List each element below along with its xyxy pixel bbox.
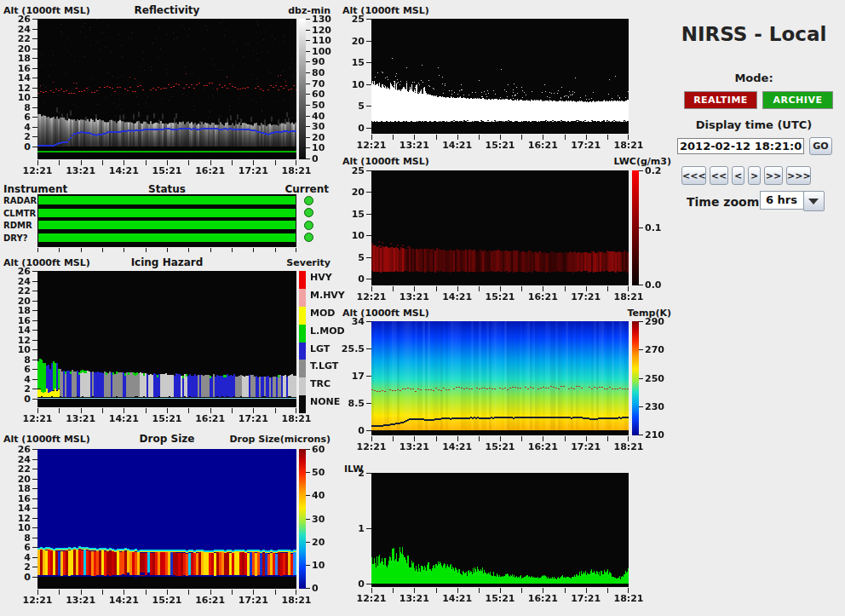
colorbar-tick-label: 40 <box>312 490 341 501</box>
jump-backward-button[interactable]: <<< <box>681 166 706 185</box>
colorbar-tick-label: 50 <box>312 100 341 111</box>
y-tick-label: 0 <box>337 425 365 436</box>
y-tick-label: 20 <box>337 187 365 198</box>
drop-size-plot <box>32 449 296 596</box>
y-tick-label: 22 <box>3 285 31 296</box>
y-tick-label: 14 <box>3 503 31 514</box>
y-tick-label: 22 <box>3 33 31 44</box>
x-tick-label: 13:21 <box>62 165 100 176</box>
y-tick-label: 15 <box>337 57 365 68</box>
instrument-row-label: RADAR <box>3 196 37 205</box>
y-tick-label: 12 <box>3 513 31 524</box>
x-tick-label: 18:21 <box>278 165 315 176</box>
y-tick-label: 6 <box>3 364 31 375</box>
x-tick-label: 17:21 <box>567 291 605 302</box>
colorbar-tick-label: 290 <box>645 316 674 327</box>
temperature-colorbar <box>632 321 644 435</box>
mode-label: Mode: <box>664 72 843 84</box>
x-tick-label: 18:21 <box>278 595 315 606</box>
y-tick-label: 34 <box>337 316 365 327</box>
y-tick-label: 14 <box>3 72 31 83</box>
y-tick-label: 24 <box>3 276 31 287</box>
x-tick-label: 18:21 <box>610 593 647 604</box>
back-button[interactable]: < <box>732 166 744 185</box>
x-tick-label: 18:21 <box>610 140 647 151</box>
x-tick-label: 15:21 <box>481 593 519 604</box>
y-tick-label: 0 <box>3 141 31 153</box>
y-tick-label: 24 <box>3 24 31 35</box>
forward-button[interactable]: > <box>748 166 761 185</box>
y-tick-label: 6 <box>3 112 31 123</box>
x-tick-label: 18:21 <box>610 441 647 452</box>
colorbar-tick-label: 30 <box>312 514 341 525</box>
y-tick-label: 5 <box>337 101 365 112</box>
y-tick-label: 24 <box>3 454 31 465</box>
chevron-down-icon <box>808 199 819 204</box>
y-tick-label: 18 <box>3 305 31 316</box>
x-tick-label: 17:21 <box>567 593 605 604</box>
colorbar-tick-label: 230 <box>645 401 674 412</box>
x-tick-label: 13:21 <box>395 441 433 452</box>
x-tick-label: 12:21 <box>353 593 390 604</box>
y-tick-label: 10 <box>3 92 31 103</box>
x-tick-label: 13:21 <box>395 140 433 151</box>
status-indicator <box>304 221 313 230</box>
y-tick-label: 10 <box>3 344 31 355</box>
reflectivity-plot <box>32 19 296 166</box>
x-tick-label: 12:21 <box>353 140 390 151</box>
colorbar-tick-label: 0.1 <box>645 222 674 233</box>
y-tick-label: 4 <box>3 552 31 563</box>
y-tick-label: 5 <box>337 252 365 263</box>
y-tick-label: 25 <box>337 165 365 176</box>
colorbar-tick-label: 210 <box>645 429 674 440</box>
y-tick-label: 0 <box>337 579 365 590</box>
y-tick-label: 10 <box>3 522 31 533</box>
time-zoom-select[interactable]: 6 hrs <box>760 191 804 210</box>
x-tick-label: 15:21 <box>148 165 186 176</box>
realtime-button[interactable]: REALTIME <box>684 91 757 109</box>
ilw-plot <box>366 473 629 594</box>
y-tick-label: 26 <box>3 14 31 25</box>
y-tick-label: 2 <box>3 561 31 573</box>
x-tick-label: 14:21 <box>439 441 476 452</box>
y-tick-label: 2 <box>3 383 31 394</box>
y-tick-label: 16 <box>3 493 31 504</box>
display-time-input[interactable] <box>677 138 804 154</box>
colorbar-tick-label: 0 <box>312 153 341 164</box>
x-tick-label: 17:21 <box>567 441 605 452</box>
x-tick-label: 12:21 <box>353 441 390 452</box>
y-tick-label: 10 <box>337 230 365 241</box>
x-tick-label: 12:21 <box>353 291 390 302</box>
archive-button[interactable]: ARCHIVE <box>762 91 833 109</box>
colorbar-tick-label: 90 <box>312 56 341 67</box>
severity-colorbar-label: Severity <box>273 257 331 268</box>
x-tick-label: 14:21 <box>105 165 142 176</box>
step-forward-button[interactable]: >> <box>764 166 783 185</box>
time-zoom-dropdown-button[interactable] <box>803 191 825 211</box>
lwc-colorbar <box>632 170 644 285</box>
x-tick-label: 14:21 <box>439 140 476 151</box>
x-tick-label: 16:21 <box>524 593 561 604</box>
y-tick-label: 8 <box>3 354 31 366</box>
reflectivity-title: Reflectivity <box>37 4 296 16</box>
colorbar-tick-label: 30 <box>312 121 341 132</box>
x-tick-label: 16:21 <box>192 165 229 176</box>
display-time-label: Display time (UTC) <box>664 118 843 131</box>
colorbar-tick-label: 110 <box>312 35 341 46</box>
x-tick-label: 13:21 <box>395 291 433 302</box>
y-tick-label: 1 <box>337 523 365 534</box>
step-backward-button[interactable]: << <box>710 166 728 185</box>
x-tick-label: 16:21 <box>524 140 561 151</box>
x-tick-label: 15:21 <box>481 140 519 151</box>
jump-forward-button[interactable]: >>> <box>786 166 811 185</box>
y-tick-label: 25 <box>337 14 365 25</box>
icing-title: Icing Hazard <box>37 256 296 268</box>
x-tick-label: 17:21 <box>567 140 605 151</box>
x-tick-label: 12:21 <box>19 165 56 176</box>
colorbar-tick-label: 60 <box>312 444 341 455</box>
status-indicator <box>304 196 313 205</box>
y-tick-label: 0 <box>3 572 31 583</box>
y-tick-label: 8.5 <box>337 398 365 409</box>
go-button[interactable]: GO <box>809 137 832 155</box>
temperature-plot <box>366 321 629 442</box>
